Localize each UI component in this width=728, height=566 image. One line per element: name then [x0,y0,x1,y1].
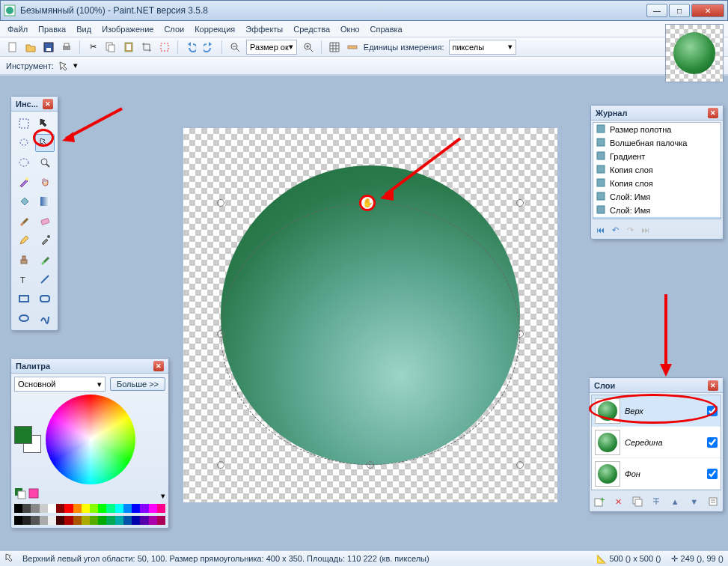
tool-bucket[interactable] [14,192,34,210]
layers-panel-close[interactable]: ✕ [708,380,718,391]
units-select[interactable]: пикселы▾ [449,40,516,55]
tool-roundrect[interactable] [35,290,55,308]
print-icon[interactable] [60,40,73,54]
layer-row[interactable]: Середина [592,427,721,458]
color-strip-2[interactable] [14,516,165,525]
menu-image[interactable]: Изображение [102,25,153,34]
history-item[interactable]: Слой: Имя [593,204,721,217]
tool-rect-select[interactable] [14,115,34,133]
history-item[interactable]: Градиент [593,150,721,163]
history-item[interactable]: Копия слоя [593,177,721,190]
minimize-button[interactable]: — [646,4,667,17]
palette-reset-icon[interactable] [14,487,26,501]
layer-row[interactable]: Фон [592,458,721,490]
ruler-icon[interactable] [346,40,359,54]
cut-icon[interactable]: ✂ [86,40,100,54]
tool-dropdown[interactable]: ▾ [73,61,78,70]
menu-tools[interactable]: Средства [293,25,330,34]
palette-more-button[interactable]: Больше >> [110,377,165,391]
tool-recolor[interactable] [35,251,55,269]
history-item[interactable]: Изменение размера о...▾ [593,217,721,219]
color-strip[interactable] [14,504,165,513]
canvas[interactable] [183,128,557,502]
layer-add-icon[interactable]: + [593,495,606,508]
tool-pencil[interactable] [14,231,34,249]
layer-up-icon[interactable]: ▲ [668,495,682,508]
layer-delete-icon[interactable]: ✕ [611,495,625,508]
tool-rect[interactable] [14,290,34,308]
history-item[interactable]: Копия слоя [593,163,721,177]
tool-line[interactable] [35,270,55,288]
layer-down-icon[interactable]: ▼ [688,495,701,508]
menu-layers[interactable]: Слои [164,25,184,34]
open-icon[interactable] [24,40,37,54]
history-item[interactable]: Размер полотна [593,123,721,136]
history-item[interactable]: Волшебная палочка [593,136,721,150]
color-wheel[interactable] [46,395,135,484]
menu-view[interactable]: Вид [76,25,91,34]
palette-mode-select[interactable]: Основной▾ [14,377,105,392]
paste-icon[interactable] [122,40,135,54]
layer-props-icon[interactable] [706,495,720,508]
history-item[interactable]: Слой: Имя [593,190,721,204]
tools-panel-close[interactable]: ✕ [43,99,53,109]
tool-brush[interactable] [14,212,34,230]
close-button[interactable]: ✕ [691,4,724,17]
copy-icon[interactable] [104,40,117,54]
selection-handle[interactable] [516,461,524,469]
image-thumbnail[interactable] [665,24,724,82]
save-icon[interactable] [42,40,55,54]
menu-help[interactable]: Справка [370,25,403,34]
tool-freeform[interactable] [35,309,55,327]
history-redo-icon[interactable]: ↷ [624,224,636,236]
selection-handle[interactable] [217,461,224,469]
layer-visible-checkbox[interactable] [707,406,718,416]
history-undo-icon[interactable]: ↶ [609,224,621,236]
selection-handle[interactable] [367,461,374,469]
crop-icon[interactable] [140,40,153,54]
chevron-down-icon[interactable]: ▾ [713,219,718,220]
tool-ellipse[interactable] [14,309,34,327]
tool-clone[interactable] [14,251,34,269]
maximize-button[interactable]: □ [669,4,690,17]
tool-eraser[interactable] [35,212,55,230]
redo-icon[interactable] [202,40,215,54]
history-last-icon[interactable]: ⏭ [639,224,651,236]
undo-icon[interactable] [184,40,198,54]
history-list[interactable]: Размер полотнаВолшебная палочкаГрадиентК… [593,122,721,219]
selection-handle[interactable] [217,199,224,207]
layer-row[interactable]: Верх [592,395,721,427]
tool-move-selection[interactable] [35,134,55,152]
zoom-select[interactable]: Размер ок ▾ [246,40,297,55]
selection-handle[interactable] [217,330,224,338]
menu-edit[interactable]: Правка [38,25,66,34]
tool-ellipse-select[interactable] [14,153,34,171]
grid-icon[interactable] [328,40,341,54]
tool-move-selected[interactable] [35,115,55,133]
tool-gradient[interactable] [35,192,55,210]
current-tool-icon[interactable] [57,59,70,73]
deselect-icon[interactable] [158,40,171,54]
history-first-icon[interactable]: ⏮ [594,224,606,236]
palette-menu-icon[interactable]: ▾ [161,491,165,501]
selection-handle[interactable] [516,330,524,338]
tool-picker[interactable] [35,231,55,249]
zoom-in-icon[interactable] [302,40,315,54]
tool-pan[interactable] [35,173,55,191]
tool-wand[interactable] [14,173,34,191]
layer-merge-icon[interactable] [649,495,663,508]
menu-window[interactable]: Окно [340,25,360,34]
tool-zoom[interactable] [35,153,55,171]
palette-panel-close[interactable]: ✕ [153,361,164,371]
palette-swap-icon[interactable] [28,487,40,501]
new-icon[interactable] [6,40,19,54]
history-panel-close[interactable]: ✕ [708,108,718,118]
tool-text[interactable]: T [14,270,34,288]
zoom-out-icon[interactable] [228,40,242,54]
menu-adjust[interactable]: Коррекция [195,25,235,34]
layer-duplicate-icon[interactable] [631,495,644,508]
menu-file[interactable]: Файл [7,25,28,34]
layer-visible-checkbox[interactable] [707,437,718,448]
layer-visible-checkbox[interactable] [707,469,718,479]
menu-effects[interactable]: Эффекты [245,25,283,34]
